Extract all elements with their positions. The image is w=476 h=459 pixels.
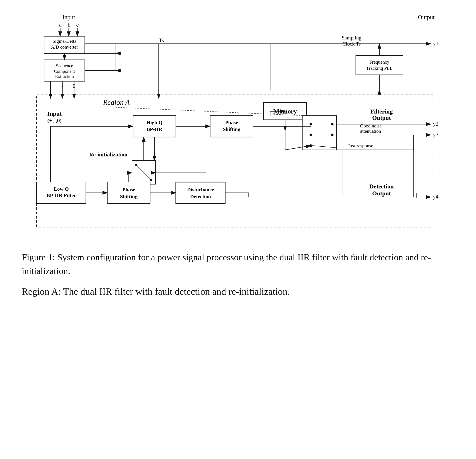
switch-dot2 [150, 179, 152, 181]
sigma-delta-text1: Sigma-Delta [53, 39, 76, 44]
y3-label: y3 [433, 131, 439, 138]
input-region-label: Input [47, 110, 62, 117]
diagram-svg: Input a b c Sigma-Delta A/D converter Ou… [13, 9, 463, 238]
freq-tracking-box [356, 55, 403, 75]
page-container: Input a b c Sigma-Delta A/D converter Ou… [13, 9, 463, 299]
disturbance-text2: Detection [190, 194, 211, 199]
figure-caption: Figure 1: System configuration for a pow… [22, 250, 454, 278]
good-noise-text1: Good noise [360, 123, 382, 129]
seq-text1: Sequence [56, 63, 73, 68]
phase-shift-bot-text2: Shifting [120, 194, 137, 199]
output-label: Output [418, 14, 435, 20]
freq-text2: Tracking PLL [366, 66, 393, 71]
seq-text3: Extraction [55, 74, 74, 79]
input-label: Input [62, 14, 75, 20]
mux-box [302, 116, 337, 150]
fast-response-label: Fast-response [347, 143, 373, 148]
mux-dot2 [309, 133, 312, 136]
caption-area: Figure 1: System configuration for a pow… [13, 250, 463, 299]
freq-text1: Frequency [369, 60, 389, 65]
disturbance-box [176, 182, 225, 203]
mux-dot4 [331, 123, 334, 125]
good-noise-text2: attenuation [360, 129, 381, 134]
filtering-output-label2: Output [372, 114, 391, 121]
y2-label: y2 [433, 121, 439, 127]
ts-label: Ts [159, 37, 164, 44]
figure-label: Figure 1: [22, 252, 55, 262]
mux-dot1 [309, 123, 312, 125]
region-caption: Region A: The dual IIR filter with fault… [22, 284, 454, 299]
diagram-area: Input a b c Sigma-Delta A/D converter Ou… [13, 9, 463, 238]
sampling-clock-label: Sampling [342, 35, 362, 41]
reinit-label: Re-initialization [89, 151, 127, 158]
y1-label: y1 [433, 40, 439, 47]
y4-label: y4 [433, 194, 439, 200]
sampling-clock-ts: Clock Ts [342, 41, 361, 47]
detection-output-label1: Detection [369, 183, 394, 190]
label-b: b [68, 22, 70, 28]
label-c: c [76, 22, 79, 28]
sigma-delta-text2: A/D converter [51, 44, 78, 50]
input-region-sub: (+,-,0) [47, 117, 62, 124]
region-a-label: Region A [103, 98, 130, 106]
label-a: a [59, 22, 62, 28]
high-q-text1: High Q [146, 120, 162, 125]
mux-dot5 [331, 133, 334, 136]
detection-output-label2: Output [372, 190, 391, 197]
low-q-text2: BP-IIR Filter [47, 193, 76, 198]
seq-text2: Component [54, 69, 75, 74]
phase-shift-bot-box [107, 182, 150, 203]
phase-shift-bot-text1: Phase [122, 187, 135, 192]
low-q-text1: Low Q [54, 186, 69, 192]
disturbance-text1: Disturbance [187, 187, 214, 192]
phase-shift-top-text1: Phase [225, 120, 238, 125]
high-q-text2: BP-IIR [146, 126, 162, 132]
phase-shift-top-text2: Shifting [223, 126, 240, 132]
y4-bar: | [416, 192, 417, 198]
filtering-output-label1: Filtering [370, 108, 393, 115]
figure-text: System configuration for a power signal … [22, 252, 431, 276]
